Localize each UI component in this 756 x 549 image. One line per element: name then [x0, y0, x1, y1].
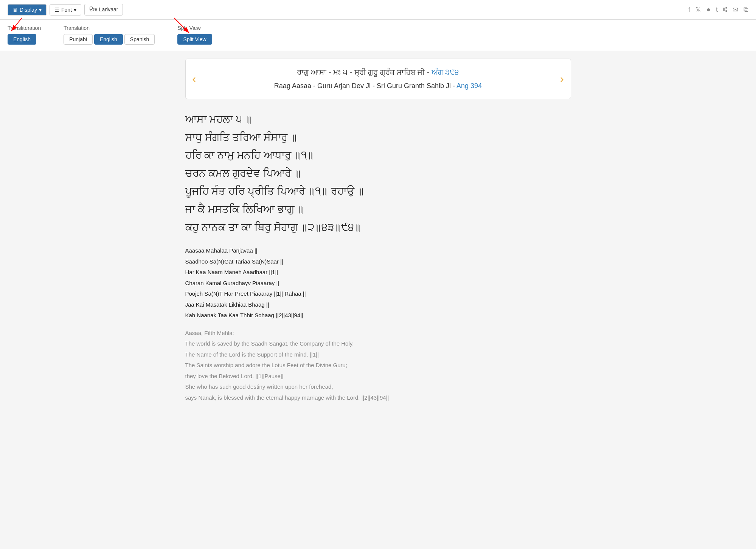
main-content: ‹ ਰਾਗੁ ਆਸਾ - ਮਃ ੫ - ਸ੍ਰੀ ਗੁਰੂ ਗ੍ਰੰਥ ਸਾਹਿ…: [178, 51, 579, 414]
punjabi-line: ਜਾ ਕੈ ਮਸਤਕਿ ਲਿਖਿਆ ਭਾਗੁ ॥: [185, 200, 571, 219]
translation-spanish-button[interactable]: Spanish: [124, 34, 155, 45]
next-shabad-button[interactable]: ›: [556, 73, 567, 85]
split-view-label: Split View: [177, 25, 212, 31]
shabad-title-english: Raag Aasaa - Guru Arjan Dev Ji - Sri Gur…: [208, 81, 548, 91]
translit-line: Jaa Kai Masatak Likhiaa Bhaag ||: [185, 299, 571, 310]
translation-line: says Nanak, is blessed with the eternal …: [185, 392, 571, 403]
translit-line: Poojeh Sa(N)T Har Preet Piaaaray ||1|| R…: [185, 288, 571, 299]
translation-line: The Name of the Lord is the Support of t…: [185, 349, 571, 360]
social-icons: f 𝕏 ● t ⑆ ✉ ⧉: [688, 6, 748, 14]
pinterest-icon[interactable]: ⑆: [723, 6, 727, 14]
punjabi-line: ਪੂਜਹਿ ਸੰਤ ਹਰਿ ਪ੍ਰੀਤਿ ਪਿਆਰੇ ॥੧॥ ਰਹਾਉ ॥: [185, 182, 571, 200]
punjabi-line: ਹਰਿ ਕਾ ਨਾਮੁ ਮਨਹਿ ਆਧਾਰੁ ॥੧॥: [185, 146, 571, 164]
controls-row: Transliteration English Translation Punj…: [0, 20, 756, 51]
translation-control: Translation Punjabi English Spanish: [64, 25, 155, 45]
copy-icon[interactable]: ⧉: [744, 6, 748, 14]
toolbar-left: 🖥 Display ▾ ☰ Font ▾ ੳਅ Larivaar: [8, 4, 123, 16]
shabad-header-card: ‹ ਰਾਗੁ ਆਸਾ - ਮਃ ੫ - ਸ੍ਰੀ ਗੁਰੂ ਗ੍ਰੰਥ ਸਾਹਿ…: [185, 59, 571, 99]
punjabi-line: ਆਸਾ ਮਹਲਾ ੫ ॥: [185, 110, 571, 129]
translit-line: Aaasaa Mahalaa Panjavaa ||: [185, 245, 571, 256]
translit-line: Har Kaa Naam Maneh Aaadhaar ||1||: [185, 267, 571, 278]
punjabi-line: ਚਰਨ ਕਮਲ ਗੁਰਦੇਵ ਪਿਆਰੇ ॥: [185, 164, 571, 183]
twitter-icon[interactable]: 𝕏: [695, 6, 701, 14]
translit-section: Aaasaa Mahalaa Panjavaa ||Saadhoo Sa(N)G…: [185, 245, 571, 321]
font-label: Font: [61, 7, 72, 13]
toolbar: 🖥 Display ▾ ☰ Font ▾ ੳਅ Larivaar f 𝕏 ● t…: [0, 0, 756, 20]
translation-punjabi-button[interactable]: Punjabi: [64, 34, 93, 45]
shabad-english-text: Raag Aasaa - Guru Arjan Dev Ji - Sri Gur…: [274, 82, 456, 90]
display-chevron-icon: ▾: [39, 7, 42, 13]
transliteration-options: English: [8, 34, 41, 45]
shabad-punjabi-text: ਰਾਗੁ ਆਸਾ - ਮਃ ੫ - ਸ੍ਰੀ ਗੁਰੂ ਗ੍ਰੰਥ ਸਾਹਿਬ …: [297, 68, 432, 76]
translit-line: Saadhoo Sa(N)Gat Tariaa Sa(N)Saar ||: [185, 256, 571, 267]
translation-label: Translation: [64, 25, 155, 31]
shabad-punjabi-link[interactable]: ਅੰਗ ੩੯੪: [432, 68, 459, 76]
display-button[interactable]: 🖥 Display ▾: [8, 4, 47, 16]
font-button[interactable]: ☰ Font ▾: [50, 4, 81, 16]
translation-line: She who has such good destiny written up…: [185, 382, 571, 392]
display-label: Display: [20, 7, 37, 13]
punjabi-section: ਆਸਾ ਮਹਲਾ ੫ ॥ਸਾਧੁ ਸੰਗਤਿ ਤਰਿਆ ਸੰਸਾਰੁ ॥ਹਰਿ …: [185, 110, 571, 236]
translation-line: The Saints worship and adore the Lotus F…: [185, 360, 571, 371]
tumblr-icon[interactable]: t: [716, 6, 718, 14]
translation-english-button[interactable]: English: [94, 34, 123, 45]
punjabi-line: ਕਹੁ ਨਾਨਕ ਤਾ ਕਾ ਥਿਰੁ ਸੋਹਾਗੁ ॥੨॥੪੩॥੯੪॥: [185, 219, 571, 237]
facebook-icon[interactable]: f: [688, 6, 690, 14]
translation-line: they love the Beloved Lord. ||1||Pause||: [185, 371, 571, 382]
larivaar-label: ੳਅ Larivaar: [89, 6, 118, 13]
larivaar-button[interactable]: ੳਅ Larivaar: [84, 4, 123, 16]
split-view-control: Split View Split View: [177, 25, 212, 45]
punjabi-line: ਸਾਧੁ ਸੰਗਤਿ ਤਰਿਆ ਸੰਸਾਰੁ ॥: [185, 129, 571, 147]
transliteration-control: Transliteration English: [8, 25, 41, 45]
translation-options: Punjabi English Spanish: [64, 34, 155, 45]
reddit-icon[interactable]: ●: [706, 6, 711, 14]
translation-section: Aasaa, Fifth Mehla:The world is saved by…: [185, 328, 571, 403]
translation-line: The world is saved by the Saadh Sangat, …: [185, 338, 571, 349]
translit-line: Charan Kamal Guradhayv Piaaaray ||: [185, 278, 571, 289]
font-chevron-icon: ▾: [74, 7, 76, 13]
shabad-title-punjabi: ਰਾਗੁ ਆਸਾ - ਮਃ ੫ - ਸ੍ਰੀ ਗੁਰੂ ਗ੍ਰੰਥ ਸਾਹਿਬ …: [208, 67, 548, 78]
display-icon: 🖥: [12, 7, 18, 13]
split-view-options: Split View: [177, 34, 212, 45]
transliteration-label: Transliteration: [8, 25, 41, 31]
email-icon[interactable]: ✉: [733, 6, 738, 14]
shabad-english-link[interactable]: Ang 394: [456, 82, 482, 90]
translation-line: Aasaa, Fifth Mehla:: [185, 328, 571, 339]
font-icon: ☰: [54, 7, 59, 13]
prev-shabad-button[interactable]: ‹: [189, 73, 200, 85]
transliteration-english-button[interactable]: English: [8, 34, 36, 45]
translit-line: Kah Naanak Taa Kaa Thhir Sohaag ||2||43|…: [185, 310, 571, 321]
split-view-button[interactable]: Split View: [177, 34, 212, 45]
